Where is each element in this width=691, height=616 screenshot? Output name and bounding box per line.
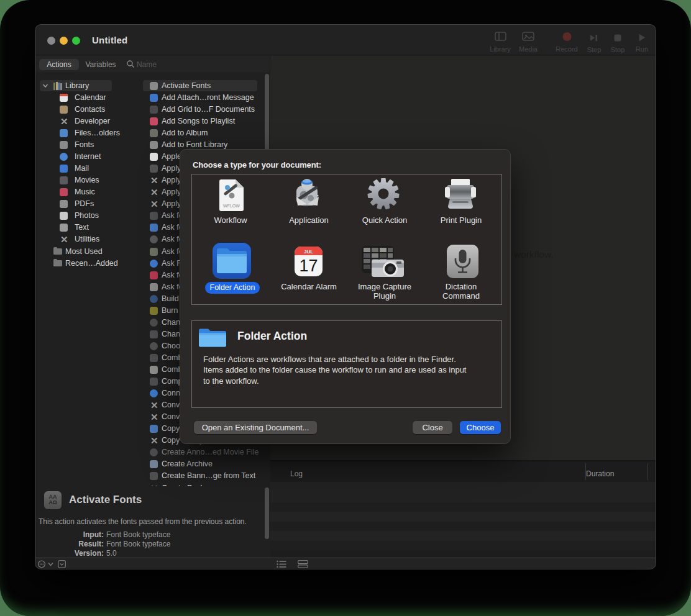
svg-text:17: 17 (299, 256, 318, 275)
svg-text:JUL: JUL (304, 249, 313, 255)
svg-text:WFLOW: WFLOW (223, 204, 240, 208)
